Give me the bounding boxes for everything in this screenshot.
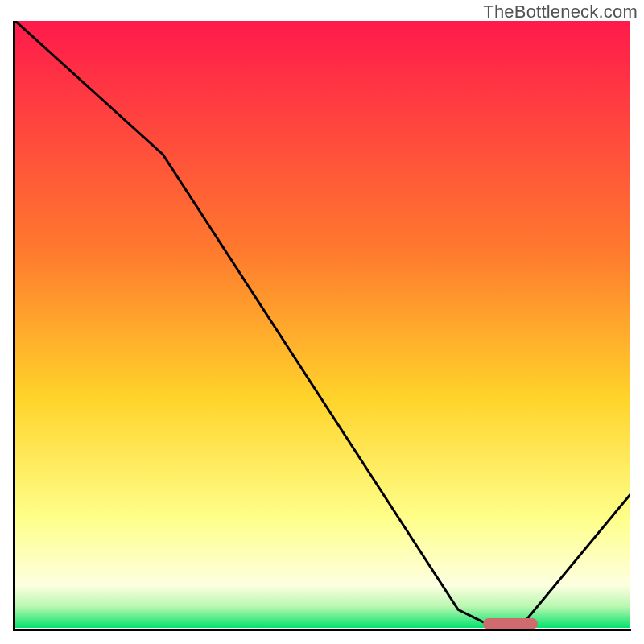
chart-container: TheBottleneck.com bbox=[0, 0, 644, 644]
axis-frame bbox=[13, 21, 631, 631]
watermark-text: TheBottleneck.com bbox=[483, 2, 638, 23]
